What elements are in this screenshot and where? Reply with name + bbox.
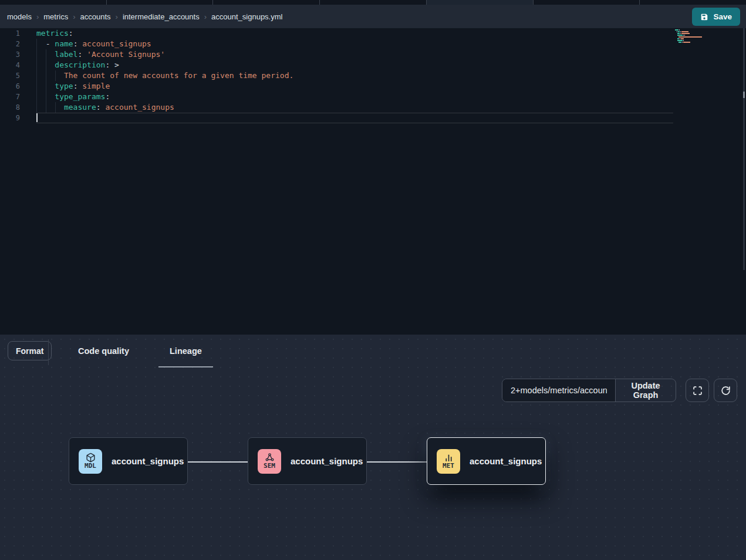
badge-label: SEM (264, 463, 275, 470)
breadcrumb-item[interactable]: models (7, 12, 32, 21)
node-label: account_signups (291, 456, 363, 466)
code-token: metrics (36, 29, 69, 38)
lineage-selector-group: Update Graph (502, 379, 676, 402)
code-token: 'Account Signups' (82, 50, 165, 59)
code-token (36, 103, 64, 112)
code-token (36, 60, 55, 69)
minimap-line (675, 33, 713, 34)
file-tab[interactable] (427, 0, 534, 5)
breadcrumb-item[interactable]: account_signups.yml (211, 12, 282, 21)
minimap-line (675, 42, 713, 43)
bar-chart-icon (444, 453, 454, 463)
code-token: account_signups (101, 103, 174, 112)
panel-divider (48, 339, 49, 365)
code-token: description (55, 60, 105, 69)
lineage-edge (188, 461, 248, 463)
editor-scrollbar-thumb[interactable] (743, 92, 745, 98)
minimap-line (675, 31, 713, 32)
code-line: description: > (0, 60, 746, 70)
breadcrumb-separator: › (36, 13, 39, 21)
lineage-node-met[interactable]: METaccount_signups (427, 437, 546, 485)
minimap-line (675, 36, 713, 38)
bottom-panel: Format Code qualityLineage Update Graph (0, 335, 746, 560)
minimap-line (675, 40, 713, 41)
code-line: The count of new accounts for a given ti… (0, 70, 746, 81)
panel-tabs: Code qualityLineage (67, 335, 212, 367)
code-token: measure (64, 103, 96, 112)
lineage-toolbar: Update Graph (0, 379, 746, 402)
code-content[interactable]: metrics: - name: account_signups label: … (0, 28, 746, 123)
breadcrumb-separator: › (204, 13, 207, 21)
badge-label: MET (443, 463, 454, 470)
lineage-node-mdl[interactable]: MDLaccount_signups (69, 437, 188, 485)
panel-tab-code-quality[interactable]: Code quality (67, 343, 140, 359)
code-token: account_signups (77, 39, 151, 48)
breadcrumb: models›metrics›accounts›intermediate_acc… (7, 12, 282, 21)
node-label: account_signups (470, 456, 542, 466)
text-cursor (36, 113, 38, 122)
code-token: - (46, 39, 55, 48)
save-button-label: Save (713, 12, 732, 21)
refresh-button[interactable] (714, 379, 737, 402)
code-token: label (55, 50, 77, 59)
code-token (36, 50, 55, 59)
breadcrumb-item[interactable]: metrics (43, 12, 68, 21)
node-label: account_signups (112, 456, 184, 466)
code-line: metrics: (0, 28, 746, 39)
file-tab[interactable] (107, 0, 214, 5)
code-token (36, 39, 46, 48)
code-token: name (55, 39, 73, 48)
badge-label: MDL (85, 463, 96, 470)
code-token: simple (77, 82, 110, 90)
code-token (36, 71, 64, 80)
network-icon (265, 453, 275, 463)
code-line: type_params: (0, 92, 746, 102)
minimap-line (675, 29, 713, 31)
file-tab[interactable] (640, 0, 746, 5)
code-token: : (96, 103, 101, 112)
sem-badge: SEM (258, 449, 281, 474)
file-tab[interactable] (534, 0, 640, 5)
breadcrumb-bar: models›metrics›accounts›intermediate_acc… (0, 5, 746, 28)
refresh-icon (721, 386, 731, 396)
format-button[interactable]: Format (8, 341, 52, 360)
fullscreen-icon (693, 386, 703, 396)
breadcrumb-item[interactable]: intermediate_accounts (123, 12, 200, 21)
minimap[interactable] (675, 29, 713, 45)
code-token: type (55, 82, 73, 90)
save-icon (700, 13, 708, 21)
file-tab-strip (0, 0, 746, 5)
file-tab[interactable] (320, 0, 427, 5)
code-line: measure: account_signups (0, 102, 746, 113)
save-button[interactable]: Save (692, 8, 740, 26)
code-token: > (110, 60, 119, 69)
panel-tab-lineage[interactable]: Lineage (159, 343, 212, 359)
file-tab[interactable] (0, 0, 107, 5)
code-token (36, 92, 55, 101)
lineage-selector-input[interactable] (502, 379, 615, 402)
code-token: type_params (55, 92, 105, 101)
update-graph-button[interactable]: Update Graph (615, 379, 676, 402)
code-token: The count of new accounts for a given ti… (64, 71, 293, 80)
breadcrumb-separator: › (73, 13, 75, 21)
code-line (0, 113, 746, 123)
lineage-edge (367, 461, 427, 463)
breadcrumb-separator: › (116, 13, 118, 21)
ide-window: models›metrics›accounts›intermediate_acc… (0, 0, 746, 560)
file-tab[interactable] (213, 0, 320, 5)
code-token: : (69, 29, 73, 38)
editor-scrollbar[interactable] (743, 28, 745, 270)
code-token: : (105, 92, 110, 101)
code-line: - name: account_signups (0, 39, 746, 49)
code-line: type: simple (0, 81, 746, 92)
lineage-node-sem[interactable]: SEMaccount_signups (248, 437, 367, 485)
code-line: label: 'Account Signups' (0, 49, 746, 60)
code-token (36, 82, 55, 90)
code-editor[interactable]: 123456789 metrics: - name: account_signu… (0, 28, 746, 335)
minimap-line (675, 43, 713, 45)
minimap-line (675, 35, 713, 36)
breadcrumb-item[interactable]: accounts (80, 12, 111, 21)
fullscreen-button[interactable] (686, 379, 709, 402)
mdl-badge: MDL (79, 449, 102, 474)
met-badge: MET (437, 449, 460, 474)
